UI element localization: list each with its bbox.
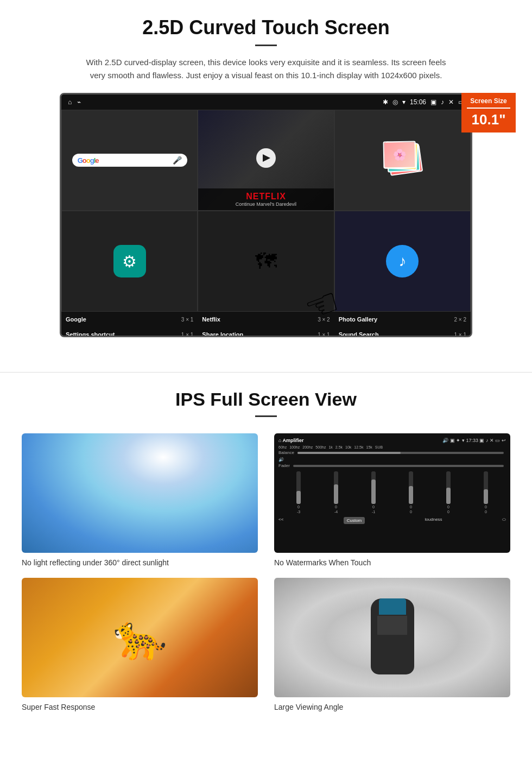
car-image bbox=[274, 578, 510, 697]
section1-description: With 2.5D curved-display screen, this de… bbox=[81, 56, 451, 82]
amp-custom-button[interactable]: Custom bbox=[344, 517, 365, 524]
netflix-overlay: NETFLIX Continue Marvel's Daredevil bbox=[198, 188, 333, 210]
usb-icon: ⌁ bbox=[77, 98, 81, 106]
music-note-icon: ♪ bbox=[398, 253, 406, 270]
share-location-label: Share location bbox=[202, 331, 243, 337]
label-sound-search: Sound Search 1 × 1 bbox=[334, 330, 471, 337]
amp-loudness-label: loudness bbox=[425, 517, 442, 524]
section-curved-touch: 2.5D Curved Touch Screen With 2.5D curve… bbox=[0, 0, 532, 350]
app-grid: Google 🎤 NETFLIX Continue Marvel's Dared… bbox=[61, 110, 471, 312]
camera-icon: ▣ bbox=[430, 98, 436, 106]
label-photo-gallery: Photo Gallery 2 × 2 bbox=[334, 315, 471, 324]
label-google: Google 3 × 1 bbox=[61, 315, 198, 324]
car-top-view bbox=[365, 594, 420, 681]
feature-img-cheetah: 🐆 bbox=[22, 578, 258, 697]
feature-item-cheetah: 🐆 Super Fast Response bbox=[22, 578, 258, 711]
netflix-subtitle: Continue Marvel's Daredevil bbox=[202, 201, 329, 207]
feature-img-amplifier: ⌂ Amplifier 🔊 ▣ ✦ ▾ 17:33 ▣ ♪ ✕ ▭ ↩ 60hz… bbox=[274, 433, 510, 553]
app-cell-sound-search[interactable]: ♪ bbox=[334, 211, 471, 312]
status-right: ✱ ◎ ▾ 15:06 ▣ ♪ ✕ ▭ bbox=[383, 98, 464, 106]
app-labels-row-2: Settings shortcut 1 × 1 Share location 1… bbox=[61, 327, 471, 337]
device-mockup: Screen Size 10.1" ⌂ ⌁ ✱ ◎ ▾ 15:06 ▣ ♪ ✕ bbox=[60, 93, 472, 337]
car-windshield bbox=[379, 598, 406, 615]
settings-size: 1 × 1 bbox=[181, 332, 194, 338]
sound-search-label: Sound Search bbox=[339, 331, 379, 337]
netflix-logo: NETFLIX bbox=[202, 192, 329, 201]
amp-title: ⌂ Amplifier bbox=[278, 438, 304, 443]
car-roof bbox=[377, 616, 407, 635]
amp-toggle[interactable]: ⬭ bbox=[502, 517, 506, 524]
amp-bar-6: 0 0 bbox=[468, 471, 504, 514]
device-screen: ⌂ ⌁ ✱ ◎ ▾ 15:06 ▣ ♪ ✕ ▭ bbox=[60, 93, 472, 337]
feature-img-car bbox=[274, 578, 510, 697]
section-ips: IPS Full Screen View No light reflecting… bbox=[0, 373, 532, 728]
section2-underline bbox=[255, 415, 277, 417]
play-triangle bbox=[263, 154, 270, 162]
share-location-size: 1 × 1 bbox=[318, 332, 330, 338]
app-labels-row: Google 3 × 1 Netflix 3 × 2 Photo Gallery… bbox=[61, 312, 471, 327]
bluetooth-icon: ✱ bbox=[383, 98, 388, 106]
amp-bar-1: 0 -3 bbox=[281, 471, 316, 514]
wifi-icon: ▾ bbox=[402, 98, 406, 106]
app-cell-netflix[interactable]: NETFLIX Continue Marvel's Daredevil bbox=[198, 110, 334, 211]
netflix-play-button[interactable] bbox=[256, 148, 276, 168]
app-cell-google[interactable]: Google 🎤 bbox=[61, 110, 198, 211]
app-cell-settings[interactable]: ⚙ bbox=[61, 211, 198, 312]
status-time: 15:06 bbox=[410, 98, 426, 106]
photo-stack: 🌸 bbox=[381, 141, 424, 179]
mic-icon: 🎤 bbox=[173, 156, 182, 165]
amp-bar-3: 0 -1 bbox=[356, 471, 391, 514]
section1-title: 2.5D Curved Touch Screen bbox=[33, 16, 499, 39]
google-logo: Google bbox=[78, 156, 99, 165]
status-left: ⌂ ⌁ bbox=[68, 98, 81, 106]
amp-bar-2: 0 -4 bbox=[318, 471, 354, 514]
photo-card-4: 🌸 bbox=[383, 141, 416, 168]
music-icon-wrap: ♪ bbox=[386, 245, 419, 277]
screen-icon: ✕ bbox=[448, 98, 454, 106]
badge-size: 10.1" bbox=[467, 111, 510, 128]
maps-icon: 🗺 bbox=[255, 249, 277, 274]
section2-title: IPS Full Screen View bbox=[22, 389, 510, 410]
settings-icon-wrap: ⚙ bbox=[113, 245, 146, 277]
app-cell-photo-gallery[interactable]: 🌸 bbox=[334, 110, 471, 211]
cheetah-image: 🐆 bbox=[22, 578, 258, 697]
amp-header: ⌂ Amplifier 🔊 ▣ ✦ ▾ 17:33 ▣ ♪ ✕ ▭ ↩ bbox=[278, 438, 506, 443]
netflix-label: Netflix bbox=[202, 316, 220, 323]
amp-bar-4: 0 0 bbox=[393, 471, 429, 514]
feature-grid: No light reflecting under 360° direct su… bbox=[22, 433, 510, 711]
sunlight-caption: No light reflecting under 360° direct su… bbox=[22, 558, 258, 567]
sunlight-image bbox=[22, 433, 258, 553]
car-caption: Large Viewing Angle bbox=[274, 703, 510, 711]
home-icon: ⌂ bbox=[68, 98, 72, 106]
amplifier-image: ⌂ Amplifier 🔊 ▣ ✦ ▾ 17:33 ▣ ♪ ✕ ▭ ↩ 60hz… bbox=[274, 433, 510, 553]
title-underline bbox=[255, 45, 277, 46]
gps-icon: ◎ bbox=[392, 98, 398, 106]
feature-item-amplifier: ⌂ Amplifier 🔊 ▣ ✦ ▾ 17:33 ▣ ♪ ✕ ▭ ↩ 60hz… bbox=[274, 433, 510, 567]
label-settings: Settings shortcut 1 × 1 bbox=[61, 330, 198, 337]
google-search-bar[interactable]: Google 🎤 bbox=[72, 154, 187, 167]
amp-bar-5: 0 0 bbox=[430, 471, 466, 514]
feature-item-sunlight: No light reflecting under 360° direct su… bbox=[22, 433, 258, 567]
app-cell-share-location[interactable]: 🗺 ☞ bbox=[198, 211, 334, 312]
car-body bbox=[371, 598, 414, 674]
feature-img-sunlight bbox=[22, 433, 258, 553]
amp-status: 🔊 ▣ ✦ ▾ 17:33 ▣ ♪ ✕ ▭ ↩ bbox=[442, 438, 506, 443]
amp-bars: 0 -3 0 -4 bbox=[278, 470, 506, 514]
cheetah-caption: Super Fast Response bbox=[22, 703, 258, 711]
status-bar: ⌂ ⌁ ✱ ◎ ▾ 15:06 ▣ ♪ ✕ ▭ bbox=[61, 94, 471, 110]
amp-prev[interactable]: << bbox=[278, 517, 283, 524]
amp-footer: << Custom loudness ⬭ bbox=[278, 517, 506, 524]
badge-label: Screen Size bbox=[467, 97, 510, 105]
settings-label: Settings shortcut bbox=[66, 331, 115, 337]
google-label: Google bbox=[66, 316, 86, 323]
amplifier-caption: No Watermarks When Touch bbox=[274, 558, 510, 567]
flower-emoji: 🌸 bbox=[393, 148, 407, 161]
gear-icon: ⚙ bbox=[122, 252, 137, 271]
sound-search-size: 1 × 1 bbox=[454, 332, 466, 338]
volume-icon: ♪ bbox=[441, 98, 444, 106]
photo-gallery-size: 2 × 2 bbox=[454, 317, 466, 323]
screen-size-badge: Screen Size 10.1" bbox=[461, 93, 516, 133]
feature-item-car: Large Viewing Angle bbox=[274, 578, 510, 711]
google-size: 3 × 1 bbox=[181, 317, 194, 323]
